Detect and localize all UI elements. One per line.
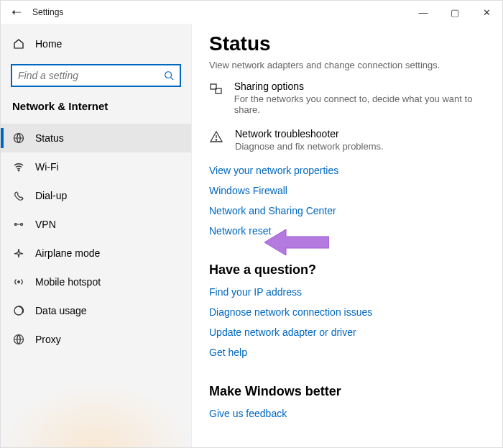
link-sharing-center[interactable]: Network and Sharing Center bbox=[209, 205, 485, 216]
window-title: Settings bbox=[32, 7, 63, 17]
close-button[interactable]: ✕ bbox=[471, 1, 502, 24]
svg-point-0 bbox=[165, 72, 172, 78]
sidebar-item-label: VPN bbox=[35, 219, 56, 230]
sidebar-item-label: Data usage bbox=[35, 305, 87, 316]
sharing-options-row[interactable]: Sharing options For the networks you con… bbox=[209, 81, 485, 115]
search-input-container[interactable] bbox=[11, 64, 181, 87]
link-diagnose[interactable]: Diagnose network connection issues bbox=[209, 306, 485, 318]
maximize-button[interactable]: ▢ bbox=[439, 1, 471, 24]
sidebar-item-dialup[interactable]: Dial-up bbox=[1, 181, 191, 210]
search-icon bbox=[164, 70, 174, 81]
page-title: Status bbox=[209, 32, 485, 55]
sidebar-item-proxy[interactable]: Proxy bbox=[1, 325, 191, 354]
sidebar-item-datausage[interactable]: Data usage bbox=[1, 296, 191, 325]
vpn-icon bbox=[12, 219, 25, 230]
svg-point-12 bbox=[216, 140, 216, 140]
sidebar-home[interactable]: Home bbox=[1, 29, 191, 58]
sidebar-item-wifi[interactable]: Wi-Fi bbox=[1, 152, 191, 181]
minimize-button[interactable]: — bbox=[407, 1, 439, 24]
sidebar-item-status[interactable]: Status bbox=[1, 124, 191, 152]
link-firewall[interactable]: Windows Firewall bbox=[209, 185, 485, 196]
home-icon bbox=[12, 38, 25, 50]
warning-icon bbox=[209, 128, 225, 152]
sidebar-item-vpn[interactable]: VPN bbox=[1, 210, 191, 239]
link-properties[interactable]: View your network properties bbox=[209, 165, 485, 176]
svg-point-6 bbox=[18, 281, 20, 283]
troubleshooter-row[interactable]: Network troubleshooter Diagnose and fix … bbox=[209, 128, 485, 152]
airplane-icon bbox=[12, 247, 25, 259]
question-title: Have a question? bbox=[209, 262, 485, 278]
troubleshoot-desc: Diagnose and fix network problems. bbox=[235, 141, 384, 152]
sidebar-item-label: Status bbox=[35, 132, 64, 144]
svg-line-1 bbox=[171, 78, 174, 81]
sidebar-item-label: Wi-Fi bbox=[35, 161, 59, 173]
back-button[interactable]: 🠐 bbox=[8, 6, 25, 18]
hotspot-icon bbox=[12, 276, 25, 288]
sharing-icon bbox=[209, 81, 224, 115]
troubleshoot-label: Network troubleshooter bbox=[235, 128, 384, 140]
sidebar-category: Network & Internet bbox=[1, 97, 191, 124]
dialup-icon bbox=[12, 190, 25, 201]
sidebar-decoration bbox=[1, 383, 191, 447]
link-ip[interactable]: Find your IP address bbox=[209, 286, 485, 298]
link-feedback[interactable]: Give us feedback bbox=[209, 408, 485, 419]
wifi-icon bbox=[12, 161, 25, 173]
sidebar-item-label: Airplane mode bbox=[35, 247, 100, 259]
sharing-label: Sharing options bbox=[234, 81, 485, 92]
sidebar-item-airplane[interactable]: Airplane mode bbox=[1, 239, 191, 268]
link-reset[interactable]: Network reset bbox=[209, 225, 485, 237]
sidebar-item-label: Proxy bbox=[35, 334, 61, 345]
status-icon bbox=[12, 132, 25, 144]
datausage-icon bbox=[12, 305, 25, 316]
search-input[interactable] bbox=[18, 70, 164, 81]
sidebar: Home Network & Internet Status bbox=[1, 24, 192, 447]
sidebar-home-label: Home bbox=[35, 38, 62, 50]
better-title: Make Windows better bbox=[209, 384, 485, 399]
proxy-icon bbox=[12, 334, 25, 345]
cutoff-text: View network adapters and change connect… bbox=[209, 60, 485, 70]
svg-point-3 bbox=[18, 170, 19, 171]
titlebar: 🠐 Settings — ▢ ✕ bbox=[1, 1, 502, 24]
link-update-adapter[interactable]: Update network adapter or driver bbox=[209, 326, 485, 338]
sidebar-item-hotspot[interactable]: Mobile hotspot bbox=[1, 268, 191, 296]
sidebar-item-label: Dial-up bbox=[35, 190, 67, 201]
sidebar-item-label: Mobile hotspot bbox=[35, 276, 101, 288]
content-area: Status View network adapters and change … bbox=[192, 24, 502, 447]
link-help[interactable]: Get help bbox=[209, 347, 485, 358]
sharing-desc: For the networks you connect to, decide … bbox=[234, 93, 485, 115]
